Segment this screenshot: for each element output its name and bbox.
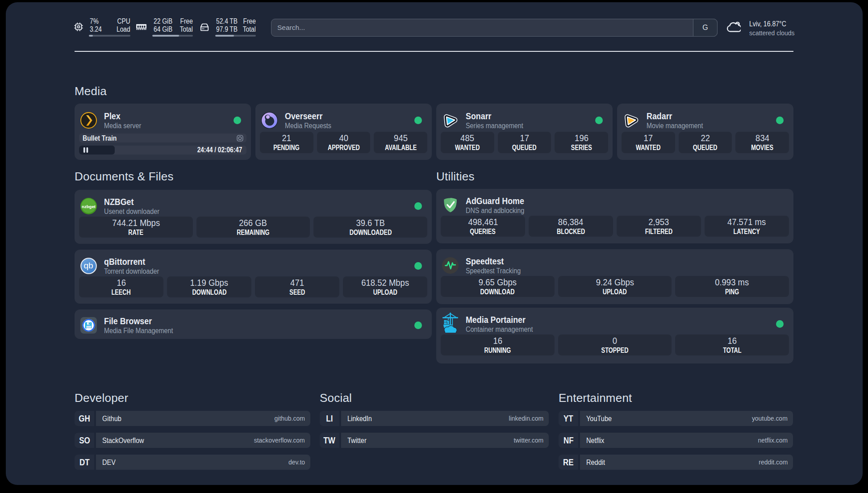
- svg-text:nzbget: nzbget: [82, 204, 96, 209]
- svg-text:qb: qb: [83, 261, 93, 270]
